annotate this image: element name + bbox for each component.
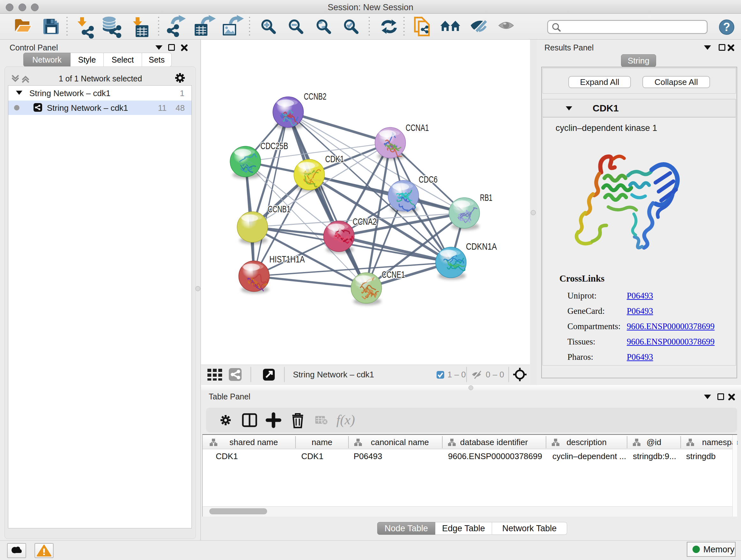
svg-text:CDKN1A: CDKN1A bbox=[466, 241, 497, 252]
svg-text:database identifier: database identifier bbox=[460, 437, 528, 447]
svg-text:CCNB2: CCNB2 bbox=[304, 91, 327, 102]
svg-text:1 – 0: 1 – 0 bbox=[448, 370, 466, 379]
svg-text:shared name: shared name bbox=[229, 437, 278, 447]
svg-text:HIST1H1A: HIST1H1A bbox=[269, 254, 305, 264]
svg-text:@id: @id bbox=[647, 437, 662, 447]
svg-text:CCNE1: CCNE1 bbox=[382, 269, 405, 280]
svg-text:CDK1: CDK1 bbox=[325, 154, 344, 164]
svg-text:CCNA1: CCNA1 bbox=[406, 123, 429, 133]
svg-text:CDC25B: CDC25B bbox=[260, 141, 288, 151]
svg-text:RB1: RB1 bbox=[480, 192, 492, 203]
svg-text:?: ? bbox=[723, 20, 730, 34]
svg-text:CCNA2: CCNA2 bbox=[353, 216, 377, 227]
svg-text:CCNB1: CCNB1 bbox=[268, 204, 290, 214]
svg-text:name: name bbox=[312, 437, 332, 447]
svg-text:description: description bbox=[566, 437, 607, 447]
svg-text:0 – 0: 0 – 0 bbox=[486, 370, 504, 379]
svg-text:canonical name: canonical name bbox=[371, 437, 429, 447]
svg-text:String Network – cdk1: String Network – cdk1 bbox=[293, 370, 374, 379]
svg-text:CDC6: CDC6 bbox=[419, 174, 437, 185]
svg-text:f(x): f(x) bbox=[336, 413, 355, 428]
